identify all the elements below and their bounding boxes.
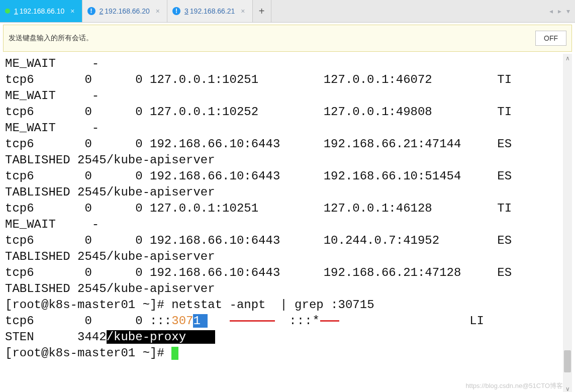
- add-tab-button[interactable]: +: [253, 0, 271, 22]
- tab-menu-icon[interactable]: ▾: [566, 7, 570, 15]
- term-process-hl: /kube-proxy: [107, 330, 186, 344]
- close-icon[interactable]: ×: [241, 7, 245, 15]
- tab-bar: 1 192.168.66.10 × ! 2 192.168.66.20 × ! …: [0, 0, 575, 23]
- close-icon[interactable]: ×: [156, 7, 160, 15]
- tab-index: 1: [14, 7, 18, 15]
- red-underline-icon: [320, 320, 339, 322]
- term-listen-a: STEN 3442: [5, 330, 107, 344]
- term-line: ME_WAIT -: [5, 121, 99, 135]
- tab-label: 192.168.66.20: [105, 7, 150, 15]
- red-underline-icon: [230, 320, 275, 322]
- tabbar-nav: ◂ ▸ ▾: [549, 0, 575, 22]
- scrollbar[interactable]: ∧ ∨: [563, 54, 572, 392]
- term-command: netstat -anpt | grep :30715: [171, 298, 374, 312]
- term-line: tcp6 0 0 192.168.66.10:6443 192.168.66.1…: [5, 169, 512, 183]
- term-line: TABLISHED 2545/kube-apiserver: [5, 282, 215, 296]
- term-line: tcp6 0 0 192.168.66.10:6443 10.244.0.7:4…: [5, 234, 512, 247]
- term-line: ME_WAIT -: [5, 218, 99, 231]
- tab-index: 2: [100, 7, 104, 15]
- broadcast-bar: 发送键盘输入的所有会话。 OFF: [3, 25, 572, 52]
- tab-label: 192.168.66.21: [190, 7, 235, 15]
- term-line: tcp6 0 0 127.0.0.1:10251 127.0.0.1:46072…: [5, 73, 512, 86]
- sel-pad: [186, 330, 215, 344]
- term-line: ME_WAIT -: [5, 89, 99, 103]
- term-state: LI: [469, 314, 484, 328]
- info-icon: !: [87, 7, 95, 15]
- term-line: tcp6 0 0 127.0.0.1:10251 127.0.0.1:46128…: [5, 202, 512, 215]
- tab-3[interactable]: ! 3 192.168.66.21 ×: [167, 0, 253, 22]
- scroll-up-icon[interactable]: ∧: [563, 54, 572, 63]
- term-line: ME_WAIT -: [5, 57, 99, 70]
- term-prompt: [root@k8s-master01 ~]#: [5, 298, 171, 312]
- prev-tab-icon[interactable]: ◂: [549, 7, 553, 15]
- watermark: https://blog.csdn.ne@51CTO博客: [465, 381, 563, 390]
- term-star: :::*: [289, 314, 320, 328]
- term-line: tcp6 0 0 192.168.66.10:6443 192.168.66.2…: [5, 137, 512, 151]
- term-port-hl: 307: [171, 314, 193, 328]
- term-line: TABLISHED 2545/kube-apiserver: [5, 153, 215, 167]
- broadcast-message: 发送键盘输入的所有会话。: [9, 34, 535, 43]
- term-line: tcp6 0 0 192.168.66.10:6443 192.168.66.2…: [5, 266, 512, 279]
- tab-1[interactable]: 1 192.168.66.10 ×: [0, 0, 82, 22]
- scroll-thumb[interactable]: [564, 350, 571, 372]
- close-icon[interactable]: ×: [70, 7, 74, 15]
- scroll-down-icon[interactable]: ∨: [563, 384, 572, 392]
- cursor-icon: [171, 347, 178, 360]
- tab-2[interactable]: ! 2 192.168.66.20 ×: [82, 0, 168, 22]
- info-icon: !: [172, 7, 180, 15]
- term-result-prefix: tcp6 0 0 :::: [5, 314, 171, 328]
- term-line: tcp6 0 0 127.0.0.1:10252 127.0.0.1:49808…: [5, 105, 512, 119]
- term-line: TABLISHED 2545/kube-apiserver: [5, 250, 215, 263]
- tab-label: 192.168.66.10: [20, 7, 65, 15]
- terminal-output[interactable]: ME_WAIT - tcp6 0 0 127.0.0.1:10251 127.0…: [3, 54, 572, 361]
- selection-icon: 1: [193, 314, 208, 328]
- terminal-viewport: ME_WAIT - tcp6 0 0 127.0.0.1:10251 127.0…: [3, 54, 572, 392]
- next-tab-icon[interactable]: ▸: [558, 7, 561, 15]
- term-prompt: [root@k8s-master01 ~]#: [5, 346, 171, 360]
- tab-index: 3: [184, 7, 188, 15]
- broadcast-off-button[interactable]: OFF: [535, 31, 566, 46]
- status-dot-icon: [5, 9, 10, 14]
- term-line: TABLISHED 2545/kube-apiserver: [5, 185, 215, 199]
